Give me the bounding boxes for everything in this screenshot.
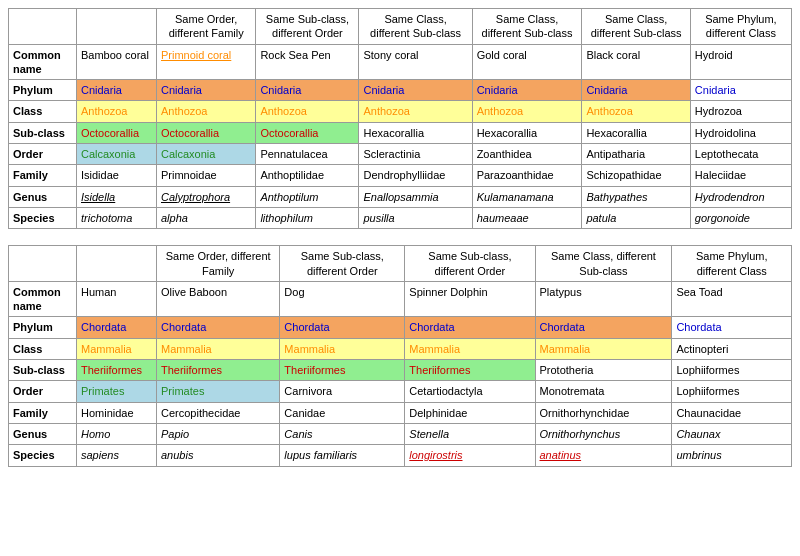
t1-subclass-2: Octocorallia <box>256 122 359 143</box>
t2-genus-5: Chaunax <box>672 423 792 444</box>
t2-common-5: Sea Toad <box>672 281 792 317</box>
t2-h2: Same Order, different Family <box>157 246 280 282</box>
t2-common-3: Spinner Dolphin <box>405 281 535 317</box>
table1-row-subclass: Sub-class Octocorallia Octocorallia Octo… <box>9 122 792 143</box>
t2-class-3: Mammalia <box>405 338 535 359</box>
t2-subclass-0: Theriiformes <box>77 360 157 381</box>
t1-label-class: Class <box>9 101 77 122</box>
t1-genus-0: Isidella <box>77 186 157 207</box>
t1-common-3: Stony coral <box>359 44 472 80</box>
table2-row-common: Common name Human Olive Baboon Dog Spinn… <box>9 281 792 317</box>
t1-order-0: Calcaxonia <box>77 144 157 165</box>
t2-order-1: Primates <box>157 381 280 402</box>
t1-family-1: Primnoidae <box>157 165 256 186</box>
table2: Same Order, different Family Same Sub-cl… <box>8 245 792 466</box>
table1-row-genus: Genus Isidella Calyptrophora Anthoptilum… <box>9 186 792 207</box>
t1-class-0: Anthozoa <box>77 101 157 122</box>
t1-phylum-5: Cnidaria <box>582 80 690 101</box>
t2-class-2: Mammalia <box>280 338 405 359</box>
t1-subclass-4: Hexacorallia <box>472 122 582 143</box>
t1-phylum-1: Cnidaria <box>157 80 256 101</box>
t2-common-1: Olive Baboon <box>157 281 280 317</box>
t2-class-1: Mammalia <box>157 338 280 359</box>
t2-phylum-4: Chordata <box>535 317 672 338</box>
table1-row-class: Class Anthozoa Anthozoa Anthozoa Anthozo… <box>9 101 792 122</box>
t2-species-3: longirostris <box>405 445 535 466</box>
t1-family-5: Schizopathidae <box>582 165 690 186</box>
t1-common-2: Rock Sea Pen <box>256 44 359 80</box>
t1-phylum-6: Cnidaria <box>690 80 791 101</box>
t2-phylum-3: Chordata <box>405 317 535 338</box>
t2-species-4: anatinus <box>535 445 672 466</box>
t1-family-3: Dendrophylliidae <box>359 165 472 186</box>
t1-label-order: Order <box>9 144 77 165</box>
t1-species-4: haumeaae <box>472 207 582 228</box>
table1-row-phylum: Phylum Cnidaria Cnidaria Cnidaria Cnidar… <box>9 80 792 101</box>
t1-h5: Same Class, different Sub-class <box>472 9 582 45</box>
t1-genus-6: Hydrodendron <box>690 186 791 207</box>
t2-order-2: Carnivora <box>280 381 405 402</box>
t1-common-5: Black coral <box>582 44 690 80</box>
t1-h7: Same Phylum, different Class <box>690 9 791 45</box>
t2-h3: Same Sub-class, different Order <box>280 246 405 282</box>
t2-subclass-3: Theriiformes <box>405 360 535 381</box>
t1-phylum-0: Cnidaria <box>77 80 157 101</box>
t2-phylum-1: Chordata <box>157 317 280 338</box>
table2-row-class: Class Mammalia Mammalia Mammalia Mammali… <box>9 338 792 359</box>
table2-row-subclass: Sub-class Theriiformes Theriiformes Ther… <box>9 360 792 381</box>
t2-class-4: Mammalia <box>535 338 672 359</box>
t2-label-subclass: Sub-class <box>9 360 77 381</box>
table2-row-phylum: Phylum Chordata Chordata Chordata Chorda… <box>9 317 792 338</box>
t1-genus-2: Anthoptilum <box>256 186 359 207</box>
t1-label-common: Common name <box>9 44 77 80</box>
t2-species-5: umbrinus <box>672 445 792 466</box>
t2-common-2: Dog <box>280 281 405 317</box>
t1-order-4: Zoanthidea <box>472 144 582 165</box>
t1-class-4: Anthozoa <box>472 101 582 122</box>
t1-common-0: Bamboo coral <box>77 44 157 80</box>
t2-phylum-2: Chordata <box>280 317 405 338</box>
t2-order-4: Monotremata <box>535 381 672 402</box>
t2-class-0: Mammalia <box>77 338 157 359</box>
t1-order-6: Leptothecata <box>690 144 791 165</box>
t1-h0 <box>9 9 77 45</box>
t2-order-0: Primates <box>77 381 157 402</box>
t1-class-6: Hydrozoa <box>690 101 791 122</box>
t2-h4: Same Sub-class, different Order <box>405 246 535 282</box>
t1-family-0: Isididae <box>77 165 157 186</box>
t2-label-phylum: Phylum <box>9 317 77 338</box>
t1-genus-1: Calyptrophora <box>157 186 256 207</box>
table1-row-species: Species trichotoma alpha lithophilum pus… <box>9 207 792 228</box>
t1-common-1: Primnoid coral <box>157 44 256 80</box>
t1-h1 <box>77 9 157 45</box>
t2-genus-0: Homo <box>77 423 157 444</box>
t2-h6: Same Phylum, different Class <box>672 246 792 282</box>
t2-class-5: Actinopteri <box>672 338 792 359</box>
t1-phylum-2: Cnidaria <box>256 80 359 101</box>
table1: Same Order, different Family Same Sub-cl… <box>8 8 792 229</box>
t2-h5: Same Class, different Sub-class <box>535 246 672 282</box>
t2-label-family: Family <box>9 402 77 423</box>
t1-family-4: Parazoanthidae <box>472 165 582 186</box>
table2-row-family: Family Hominidae Cercopithecidae Canidae… <box>9 402 792 423</box>
table1-row-common: Common name Bamboo coral Primnoid coral … <box>9 44 792 80</box>
t2-species-0: sapiens <box>77 445 157 466</box>
t2-subclass-5: Lophiiformes <box>672 360 792 381</box>
t2-genus-1: Papio <box>157 423 280 444</box>
table1-row-order: Order Calcaxonia Calcaxonia Pennatulacea… <box>9 144 792 165</box>
t2-label-genus: Genus <box>9 423 77 444</box>
t1-genus-4: Kulamanamana <box>472 186 582 207</box>
t2-family-3: Delphinidae <box>405 402 535 423</box>
t1-subclass-6: Hydroidolina <box>690 122 791 143</box>
t2-subclass-2: Theriiformes <box>280 360 405 381</box>
t1-label-phylum: Phylum <box>9 80 77 101</box>
t2-genus-4: Ornithorhynchus <box>535 423 672 444</box>
t2-species-1: anubis <box>157 445 280 466</box>
t1-species-1: alpha <box>157 207 256 228</box>
t2-label-species: Species <box>9 445 77 466</box>
t1-class-2: Anthozoa <box>256 101 359 122</box>
t1-class-3: Anthozoa <box>359 101 472 122</box>
t1-species-0: trichotoma <box>77 207 157 228</box>
t1-genus-3: Enallopsammia <box>359 186 472 207</box>
t2-subclass-4: Prototheria <box>535 360 672 381</box>
